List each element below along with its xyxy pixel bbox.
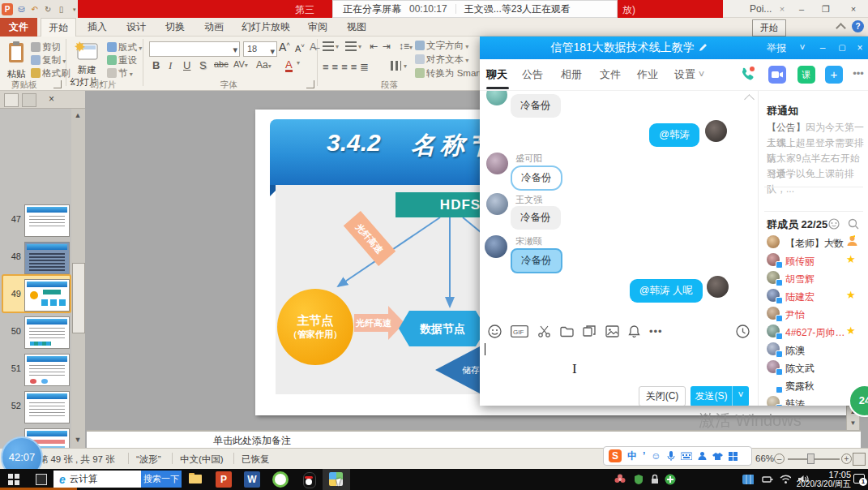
tab-animations[interactable]: 动画: [196, 18, 232, 37]
slide-thumbnail[interactable]: [24, 316, 70, 349]
undo-icon[interactable]: ↶: [30, 4, 40, 15]
tab-transitions[interactable]: 切换: [157, 18, 193, 37]
minimize-icon[interactable]: –: [793, 2, 810, 15]
shrink-font-button[interactable]: A˅: [295, 42, 305, 54]
emoji-icon[interactable]: [488, 325, 502, 338]
sogou-zh-icon[interactable]: 中: [627, 449, 637, 463]
sogou-punct-icon[interactable]: ’: [643, 450, 645, 462]
tab-chat[interactable]: 聊天: [486, 67, 507, 82]
add-app-icon[interactable]: +: [825, 66, 843, 84]
close-pane-icon[interactable]: ×: [49, 93, 54, 105]
bold-button[interactable]: B: [152, 59, 160, 71]
bullets-icon[interactable]: [323, 41, 334, 51]
tab-review[interactable]: 审阅: [300, 18, 336, 37]
zoom-slider-thumb[interactable]: [807, 453, 815, 464]
numbering-icon[interactable]: [345, 41, 357, 51]
report-button[interactable]: 举报: [763, 37, 790, 59]
scroll-up-icon[interactable]: ▲: [73, 110, 83, 120]
send-options-icon[interactable]: ˅: [732, 386, 749, 406]
member-row[interactable]: 胡雪辉: [767, 269, 868, 287]
scrollbar-thumb[interactable]: [72, 263, 85, 333]
avatar[interactable]: [485, 235, 507, 258]
member-row[interactable]: 陆建宏★: [767, 287, 868, 305]
taskbar-clock[interactable]: 17:05 2020/3/20/周五: [778, 471, 851, 488]
avatar-self[interactable]: [707, 276, 729, 298]
zoom-in-icon[interactable]: +: [841, 453, 852, 464]
qq-close-icon[interactable]: ×: [852, 37, 868, 59]
tray-shield-icon[interactable]: [633, 474, 644, 485]
fit-to-window-icon[interactable]: [853, 453, 866, 466]
scroll-down-icon[interactable]: ▼: [73, 435, 83, 445]
sogou-keyboard-icon[interactable]: [681, 452, 692, 460]
text-direction-button[interactable]: 文字方向 ▾: [415, 40, 468, 52]
grow-font-button[interactable]: A˄: [279, 41, 290, 54]
close-icon[interactable]: ×: [844, 2, 862, 15]
tab-announcement[interactable]: 公告: [522, 67, 543, 82]
search-value[interactable]: 云计算: [70, 473, 141, 485]
tab-close-icon[interactable]: ×: [773, 2, 791, 15]
qq-titlebar[interactable]: 信管181大数据技术线上教学 举报 ˅ – ▢ ×: [480, 37, 868, 59]
message-input[interactable]: [480, 342, 758, 386]
slides-tab-icon[interactable]: [4, 93, 19, 107]
bell-icon[interactable]: [628, 325, 640, 337]
member-row[interactable]: 陈澳: [767, 341, 868, 359]
message-bubble-self[interactable]: @韩涛 人呢: [630, 279, 703, 303]
tab-view[interactable]: 视图: [339, 18, 374, 37]
message-bubble[interactable]: 冷备份: [511, 206, 561, 230]
new-doc-icon[interactable]: ▯: [56, 4, 66, 15]
columns-icon[interactable]: [391, 61, 401, 71]
next-slide-icon[interactable]: ▼: [847, 418, 859, 429]
tray-map-icon[interactable]: [742, 474, 754, 485]
restore-icon[interactable]: ❐: [817, 2, 835, 15]
avatar[interactable]: [486, 91, 507, 105]
qq-icon[interactable]: [301, 471, 317, 488]
tab-homework[interactable]: 作业: [637, 67, 658, 82]
powerpoint-icon[interactable]: P: [216, 471, 232, 488]
file-icon[interactable]: [560, 325, 574, 337]
share-start-button[interactable]: 开始: [752, 19, 786, 37]
powerpoint-logo-icon[interactable]: P: [2, 3, 13, 15]
align-text-button[interactable]: 对齐文本 ▾: [415, 54, 468, 66]
tab-files[interactable]: 文件: [600, 67, 621, 82]
screenshot-scissors-icon[interactable]: [537, 325, 551, 338]
message-bubble-styled[interactable]: 冷备份: [511, 165, 562, 191]
collapse-chat-icon[interactable]: [744, 94, 755, 105]
line-spacing-icon[interactable]: ↕≡▾: [399, 41, 413, 52]
share-viewers[interactable]: 王文强...等23人正在观看: [464, 2, 571, 16]
sogou-skin-icon[interactable]: [712, 452, 723, 461]
notice-line[interactable]: 习通，以免上课前排队，...: [767, 166, 868, 197]
zoom-out-icon[interactable]: –: [774, 453, 785, 464]
qq-maximize-icon[interactable]: ▢: [834, 37, 850, 59]
font-color-button[interactable]: A: [285, 59, 293, 72]
tray-power-icon[interactable]: [762, 474, 773, 485]
sogou-toolbox-icon[interactable]: [729, 452, 738, 461]
tab-album[interactable]: 相册: [561, 67, 582, 82]
tab-design[interactable]: 设计: [118, 18, 154, 37]
sogou-profile-icon[interactable]: [698, 451, 707, 461]
more-tools-icon[interactable]: •••: [649, 325, 663, 337]
shadow-button[interactable]: S: [199, 59, 207, 71]
save-icon[interactable]: ⛁: [16, 4, 26, 15]
section-button[interactable]: 节 ▾: [107, 67, 133, 80]
decrease-indent-icon[interactable]: ⇤: [370, 41, 378, 52]
sogou-mic-icon[interactable]: [667, 450, 675, 462]
font-size-combo[interactable]: 18▾: [243, 41, 277, 57]
member-row[interactable]: 陈文武: [767, 359, 868, 376]
strikethrough-button[interactable]: abc: [214, 59, 229, 69]
edit-title-icon[interactable]: [698, 42, 708, 53]
underline-button[interactable]: U: [183, 59, 190, 71]
voice-call-icon[interactable]: [738, 66, 755, 84]
image-icon[interactable]: [605, 325, 619, 337]
new-slide-icon[interactable]: [75, 41, 99, 63]
member-search-icon[interactable]: [848, 218, 859, 230]
gif-icon[interactable]: GIF: [511, 325, 528, 337]
member-row[interactable]: 4#627-周帅帅176★: [767, 323, 868, 341]
active-app-tile[interactable]: [323, 469, 350, 490]
tab-home[interactable]: 开始: [41, 18, 76, 37]
chat-message-area[interactable]: 冷备份 @韩涛 盛可阳 冷备份 王文强 冷备份 宋潄颐 冷备份 @韩涛 人呢: [480, 91, 758, 357]
thumbnail-scrollbar[interactable]: ▲ ▼: [71, 109, 85, 448]
browser-360-icon[interactable]: [272, 471, 289, 488]
file-explorer-icon[interactable]: [187, 471, 203, 488]
slide-thumbnail[interactable]: [24, 204, 70, 237]
clipboard-dialog-launcher[interactable]: [53, 80, 62, 88]
